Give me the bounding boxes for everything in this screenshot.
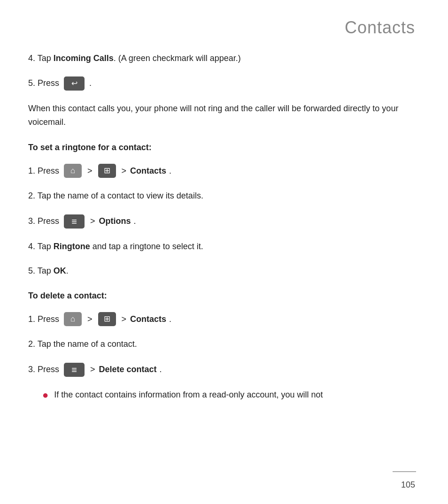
s1-step2: 2. Tap the name of a contact to view its…	[28, 189, 415, 203]
s2-step1-prefix: 1. Press	[28, 313, 59, 326]
s2-step3-period: .	[160, 363, 162, 376]
page-number: 105	[401, 480, 415, 490]
page-title: Contacts	[0, 0, 448, 47]
bullet-item-1: ● If the contact contains information fr…	[42, 388, 415, 403]
grid-icon-1	[98, 164, 116, 178]
s1-step1-arrow: >	[87, 164, 93, 178]
s2-step3-prefix: 3. Press	[28, 363, 59, 376]
s1-step1-prefix: 1. Press	[28, 164, 59, 178]
s1-step4-text: 4. Tap Ringtone and tap a ringtone to se…	[28, 240, 203, 253]
s1-step3-arrow: >	[90, 214, 95, 228]
step5-prefix: 5. Press	[28, 76, 59, 90]
step5-suffix: .	[89, 76, 92, 90]
s2-step3-bold: Delete contact	[99, 363, 157, 376]
s2-step2: 2. Tap the name of a contact.	[28, 337, 415, 351]
s1-step5: 5. Tap OK.	[28, 264, 415, 278]
menu-icon-2	[64, 363, 85, 377]
page-divider	[393, 471, 416, 472]
section1-heading: To set a ringtone for a contact:	[28, 141, 415, 154]
grid-icon-2	[98, 312, 116, 326]
when-text: When this contact calls you, your phone …	[28, 102, 415, 130]
step-5: 5. Press .	[28, 76, 415, 91]
s1-step3: 3. Press > Options.	[28, 214, 415, 229]
bullet-dot-1: ●	[42, 388, 48, 403]
s2-step1: 1. Press > > Contacts.	[28, 312, 415, 326]
back-icon	[64, 76, 85, 91]
s2-step1-arrow: >	[87, 313, 93, 326]
s1-step3-bold: Options	[99, 214, 131, 228]
s2-step3-arrow: >	[90, 363, 95, 376]
s2-step1-arrow2: >	[122, 313, 127, 326]
s2-step1-period: .	[169, 313, 171, 326]
bullet-list: ● If the contact contains information fr…	[42, 388, 415, 403]
s1-step1-bold: Contacts	[130, 164, 166, 178]
s1-step4: 4. Tap Ringtone and tap a ringtone to se…	[28, 240, 415, 253]
s1-step5-text: 5. Tap OK.	[28, 264, 69, 278]
step4-text: 4. Tap Incoming Calls. (A green checkmar…	[28, 52, 241, 65]
s1-step1: 1. Press > > Contacts.	[28, 164, 415, 178]
bullet-text-1: If the contact contains information from…	[54, 388, 323, 402]
s2-step1-bold: Contacts	[130, 313, 166, 326]
s1-step1-period: .	[169, 164, 171, 178]
s1-step1-arrow2: >	[122, 164, 127, 178]
home-icon-1	[64, 164, 82, 178]
step-4: 4. Tap Incoming Calls. (A green checkmar…	[28, 52, 415, 65]
s1-step3-period: .	[134, 214, 136, 228]
home-icon-2	[64, 312, 82, 326]
section2-heading: To delete a contact:	[28, 289, 415, 303]
s1-step3-prefix: 3. Press	[28, 214, 59, 228]
s2-step3: 3. Press > Delete contact.	[28, 363, 415, 377]
menu-icon-1	[64, 214, 85, 229]
